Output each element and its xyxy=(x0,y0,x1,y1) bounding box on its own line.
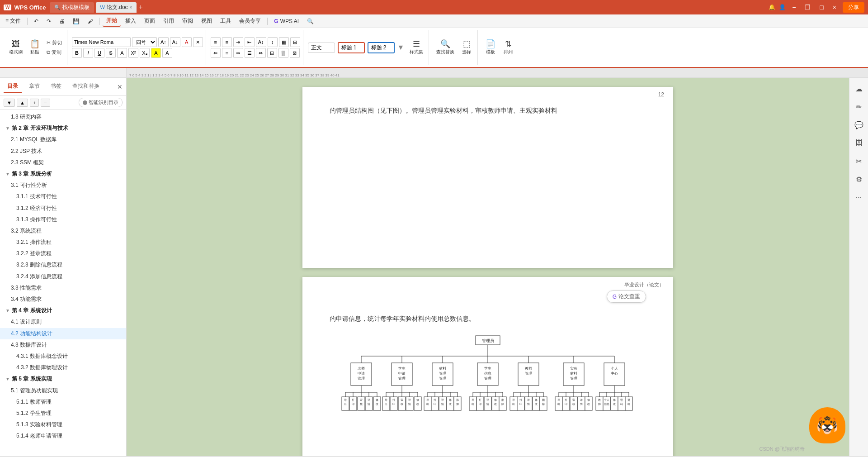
toc-remove[interactable]: − xyxy=(41,99,50,107)
ul-btn[interactable]: ≡ xyxy=(222,37,232,47)
highlight-btn[interactable]: A xyxy=(151,48,161,58)
ol-btn[interactable]: ≡ xyxy=(211,37,221,47)
toc-item[interactable]: ▼第 2 章 开发环境与技术 xyxy=(0,123,126,134)
toc-item[interactable]: 4.3 数据库设计 xyxy=(0,339,126,351)
ribbon-tab-reference[interactable]: 引用 xyxy=(160,16,178,26)
sidebar-close-btn[interactable]: ✕ xyxy=(117,83,123,90)
underline-btn[interactable]: U xyxy=(94,48,104,58)
toc-item[interactable]: 3.1 可行性分析 xyxy=(0,180,126,191)
share-button[interactable]: 分享 xyxy=(843,2,864,13)
close-button[interactable]: × xyxy=(830,3,839,12)
lunjia-float-btn[interactable]: G 论文查重 xyxy=(607,290,646,303)
ribbon-tab-insert[interactable]: 插入 xyxy=(122,16,140,26)
toc-item[interactable]: 3.2.4 添加信息流程 xyxy=(0,271,126,282)
search-button[interactable]: 🔍 xyxy=(303,17,317,26)
sidebar-tab-toc[interactable]: 目录 xyxy=(4,81,22,93)
ai-identify-btn[interactable]: 智能识别目录 xyxy=(79,98,123,107)
linespace-btn[interactable]: ↕ xyxy=(268,37,278,47)
image-btn[interactable]: 🖼 xyxy=(852,136,866,150)
toc-item[interactable]: 3.4 功能需求 xyxy=(0,294,126,305)
toc-arrow-up[interactable]: ▲ xyxy=(17,99,28,107)
toc-item[interactable]: ▼第 5 章 系统实现 xyxy=(0,373,126,385)
toc-item[interactable]: ▼第 4 章 系统设计 xyxy=(0,305,126,316)
select-btn[interactable]: ⬚ 选择 xyxy=(458,38,475,57)
toc-item[interactable]: 3.1.2 经济可行性 xyxy=(0,203,126,214)
ribbon-tab-vip[interactable]: 会员专享 xyxy=(236,16,264,26)
toc-arrow-down[interactable]: ▼ xyxy=(4,99,15,107)
restore-button[interactable]: ❐ xyxy=(802,3,813,12)
sidebar-tab-chapter[interactable]: 章节 xyxy=(25,81,43,93)
toc-item[interactable]: 4.2 功能结构设计 xyxy=(0,328,126,339)
toc-item[interactable]: 5.1.4 老师申请管理 xyxy=(0,430,126,442)
paste-btn[interactable]: 📋 粘贴 xyxy=(27,38,43,57)
superscript-btn[interactable]: X² xyxy=(128,48,138,58)
format-btn[interactable]: 🖼 格式刷 xyxy=(6,38,25,57)
ribbon-tab-page[interactable]: 页面 xyxy=(141,16,159,26)
align-right-btn[interactable]: ⇒ xyxy=(233,48,243,58)
cloud-btn[interactable]: ☁ xyxy=(852,81,866,96)
justify-btn[interactable]: ☰ xyxy=(245,48,255,58)
subscript-btn[interactable]: X₂ xyxy=(140,48,150,58)
toc-item[interactable]: 4.3.2 数据库物理设计 xyxy=(0,362,126,373)
scissors-btn[interactable]: ✂ xyxy=(852,154,866,168)
toc-item[interactable]: 1.3 研究内容 xyxy=(0,111,126,123)
para-settings-btn[interactable]: ⊞ xyxy=(290,37,300,47)
style-zhengwen[interactable]: 正文 xyxy=(308,43,335,53)
toc-item[interactable]: 5.1.3 实验材料管理 xyxy=(0,419,126,430)
toc-item[interactable]: 2.2 JSP 技术 xyxy=(0,146,126,157)
copy-btn[interactable]: ⧉ 复制 xyxy=(44,48,64,57)
toc-item[interactable]: 4.3.1 数据库概念设计 xyxy=(0,351,126,362)
doc-tab[interactable]: W 论文.doc × xyxy=(96,2,137,13)
outdent-btn[interactable]: ⇤ xyxy=(245,37,255,47)
font-size-select[interactable]: 四号三号小四 xyxy=(132,37,157,47)
sort-btn[interactable]: ⇅ 排列 xyxy=(500,38,516,57)
toc-item[interactable]: 3.2.1 操作流程 xyxy=(0,237,126,248)
clear-format-btn[interactable]: ✕ xyxy=(193,37,203,47)
bold-btn[interactable]: B xyxy=(72,48,82,58)
align-left-btn[interactable]: ⇐ xyxy=(211,48,221,58)
account-icon[interactable]: 👤 xyxy=(779,4,786,10)
toc-item[interactable]: 2.1 MYSQL 数据库 xyxy=(0,134,126,145)
doc-area[interactable]: 12 的管理员结构图（见下图）。管理员管理实验材料，审核教师申请、主观实验材料 … xyxy=(127,78,849,456)
style-dropdown-btn[interactable]: ▼ xyxy=(397,43,405,52)
wps-ai-button[interactable]: G WPS AI xyxy=(270,17,302,26)
toc-item[interactable]: 3.1.1 技术可行性 xyxy=(0,191,126,202)
new-tab-button[interactable]: + xyxy=(138,3,142,11)
shading2-btn[interactable]: ▒ xyxy=(278,48,288,58)
sidebar-tab-findreplace[interactable]: 查找和替换 xyxy=(69,81,103,93)
sidebar-tab-bookmark[interactable]: 书签 xyxy=(47,81,65,93)
indent-btn[interactable]: ⇥ xyxy=(233,37,243,47)
save-button[interactable]: 💾 xyxy=(69,17,83,26)
style-biaoti1[interactable]: 标题 1 xyxy=(338,42,365,53)
toc-item[interactable]: ▼第 3 章 系统分析 xyxy=(0,168,126,180)
comment-btn[interactable]: 💬 xyxy=(852,118,866,132)
menu-file[interactable]: ≡ 文件 xyxy=(2,16,24,26)
ribbon-tab-tools[interactable]: 工具 xyxy=(217,16,235,26)
template-btn[interactable]: 📄 模板 xyxy=(482,38,499,57)
font-color-btn[interactable]: A xyxy=(182,37,192,47)
toc-item[interactable]: 3.1.3 操作可行性 xyxy=(0,214,126,225)
border-btn[interactable]: ⊟ xyxy=(267,48,277,58)
find-replace-btn[interactable]: 🔍 查找替换 xyxy=(434,38,457,57)
redo-button[interactable]: ↷ xyxy=(43,17,55,26)
font-shrink-btn[interactable]: A↓ xyxy=(170,37,180,47)
dist-btn[interactable]: ⇔ xyxy=(256,48,266,58)
toc-item[interactable]: 2.3 SSM 框架 xyxy=(0,157,126,168)
align-center-btn[interactable]: ≡ xyxy=(222,48,232,58)
minimize-button[interactable]: − xyxy=(789,3,798,12)
settings-btn[interactable]: ⚙ xyxy=(852,172,866,186)
font-name-input[interactable] xyxy=(72,37,131,47)
ribbon-tab-start[interactable]: 开始 xyxy=(103,15,121,27)
ribbon-tab-review[interactable]: 审阅 xyxy=(179,16,197,26)
more-btn[interactable]: ··· xyxy=(852,190,866,205)
edit-btn[interactable]: ✏ xyxy=(852,100,866,114)
print-button[interactable]: 🖨 xyxy=(56,17,68,26)
doc-tab-close[interactable]: × xyxy=(130,5,132,10)
strikethrough-btn[interactable]: S xyxy=(106,48,116,58)
toc-item[interactable]: 5.1.2 学生管理 xyxy=(0,408,126,419)
text-dir-btn[interactable]: A↕ xyxy=(256,37,266,47)
cut-btn[interactable]: ✂ 剪切 xyxy=(44,38,64,47)
special-btn[interactable]: ⊠ xyxy=(290,48,300,58)
italic-btn[interactable]: I xyxy=(83,48,93,58)
style-biaoti2[interactable]: 标题 2 xyxy=(368,42,395,53)
